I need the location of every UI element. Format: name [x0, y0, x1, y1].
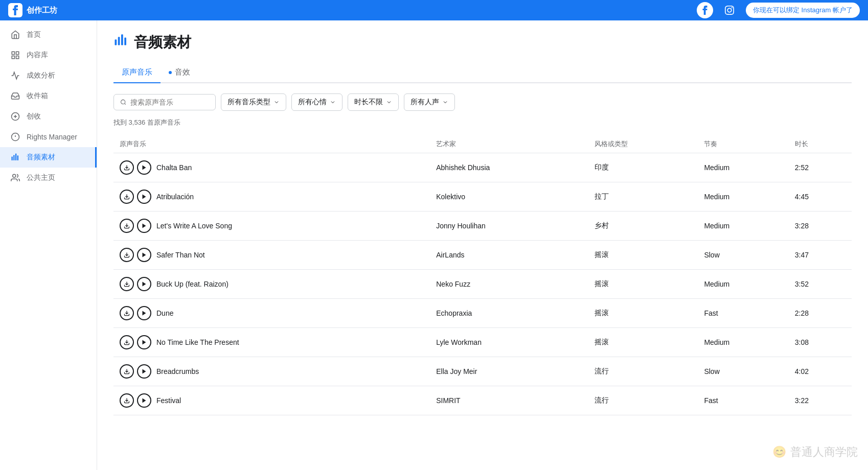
play-btn-8[interactable] [137, 393, 151, 408]
song-artist-7: Ella Joy Meir [430, 357, 588, 386]
song-genre-1: 拉丁 [588, 182, 698, 212]
song-cell-1: Atribulación [113, 182, 430, 212]
sidebar-item-analytics[interactable]: 成效分析 [0, 65, 97, 86]
library-icon [10, 50, 20, 60]
topbar-notification[interactable]: 你现在可以绑定 Instagram 帐户了 [746, 3, 860, 18]
play-btn-3[interactable] [137, 248, 151, 262]
analytics-icon [10, 70, 20, 81]
download-btn-7[interactable] [120, 364, 134, 379]
sidebar-item-audio[interactable]: 音频素材 [0, 147, 97, 168]
instagram-icon-btn[interactable] [721, 2, 738, 18]
search-box[interactable] [113, 94, 216, 110]
filter-mood-btn[interactable]: 所有心情 [291, 93, 342, 111]
chevron-down-icon [386, 99, 392, 105]
sidebar-item-public[interactable]: 公共主页 [0, 168, 97, 188]
download-btn-1[interactable] [120, 190, 134, 204]
download-btn-4[interactable] [120, 277, 134, 291]
home-icon [10, 30, 20, 40]
song-tempo-4: Medium [698, 270, 788, 299]
svg-point-20 [121, 100, 125, 104]
logo-text: 创作工坊 [27, 6, 57, 15]
inbox-icon [10, 91, 20, 101]
tab-original-label: 原声音乐 [122, 67, 152, 77]
download-btn-8[interactable] [120, 393, 134, 408]
song-duration-6: 3:08 [789, 328, 852, 357]
tab-original[interactable]: 原声音乐 [113, 62, 161, 83]
download-btn-3[interactable] [120, 248, 134, 262]
play-btn-7[interactable] [137, 364, 151, 379]
filter-duration-btn[interactable]: 时长不限 [348, 93, 399, 111]
play-btn-0[interactable] [137, 160, 151, 175]
download-btn-2[interactable] [120, 219, 134, 233]
song-tempo-5: Fast [698, 299, 788, 328]
tab-effects[interactable]: 音效 [161, 62, 198, 83]
sidebar-label-home: 首页 [27, 30, 41, 39]
song-name-3: Safer Than Not [156, 251, 205, 259]
col-artist: 艺术家 [430, 135, 588, 153]
sidebar-item-rights[interactable]: Rights Manager [0, 127, 97, 147]
filter-voice-btn[interactable]: 所有人声 [404, 93, 455, 111]
topbar: 创作工坊 你现在可以绑定 Instagram 帐户了 [0, 0, 868, 20]
sidebar-item-library[interactable]: 内容库 [0, 45, 97, 65]
download-btn-0[interactable] [120, 160, 134, 175]
filter-type-btn[interactable]: 所有音乐类型 [221, 93, 286, 111]
play-btn-1[interactable] [137, 190, 151, 204]
chevron-down-icon [330, 99, 336, 105]
song-cell-8: Festival [113, 386, 430, 415]
sidebar-label-inbox: 收件箱 [27, 91, 48, 101]
filters-row: 所有音乐类型 所有心情 时长不限 所有人声 [113, 93, 852, 111]
play-btn-2[interactable] [137, 219, 151, 233]
song-duration-4: 3:52 [789, 270, 852, 299]
col-tempo: 节奏 [698, 135, 788, 153]
search-input[interactable] [130, 98, 209, 106]
song-cell-6: No Time Like The Present [113, 328, 430, 357]
song-cell-0: Chalta Ban [113, 153, 430, 182]
chevron-down-icon [442, 99, 448, 105]
svg-rect-11 [12, 157, 13, 161]
main-layout: 首页 内容库 成效分析 收件箱 创收 [0, 20, 868, 470]
monetize-icon [10, 111, 20, 122]
logo-icon [8, 3, 22, 17]
svg-rect-18 [121, 34, 123, 45]
svg-point-15 [13, 174, 16, 177]
song-name-6: No Time Like The Present [156, 338, 239, 346]
svg-rect-17 [118, 37, 120, 45]
table-row: Let's Write A Love Song Jonny Houlihan 乡… [113, 212, 852, 241]
play-btn-6[interactable] [137, 335, 151, 349]
sidebar-item-inbox[interactable]: 收件箱 [0, 86, 97, 106]
sidebar-item-monetize[interactable]: 创收 [0, 106, 97, 127]
download-btn-5[interactable] [120, 306, 134, 320]
table-row: Chalta Ban Abhishek Dhusia 印度 Medium 2:5… [113, 153, 852, 182]
song-duration-1: 4:45 [789, 182, 852, 212]
svg-marker-37 [143, 369, 146, 374]
col-duration: 时长 [789, 135, 852, 153]
sidebar-label-library: 内容库 [27, 51, 48, 60]
results-count: 找到 3,536 首原声音乐 [113, 118, 852, 127]
song-tempo-8: Fast [698, 386, 788, 415]
song-genre-6: 摇滚 [588, 328, 698, 357]
public-icon [10, 173, 20, 183]
play-btn-4[interactable] [137, 277, 151, 291]
song-tempo-3: Slow [698, 241, 788, 270]
svg-rect-19 [124, 38, 126, 45]
song-artist-5: Echopraxia [430, 299, 588, 328]
song-duration-0: 2:52 [789, 153, 852, 182]
svg-rect-12 [13, 155, 14, 161]
song-tempo-1: Medium [698, 182, 788, 212]
chevron-down-icon [273, 99, 280, 105]
facebook-icon-btn[interactable] [697, 2, 713, 18]
song-duration-8: 3:22 [789, 386, 852, 415]
download-btn-6[interactable] [120, 335, 134, 349]
song-name-1: Atribulación [156, 193, 194, 201]
play-btn-5[interactable] [137, 306, 151, 320]
song-artist-6: Lyle Workman [430, 328, 588, 357]
sidebar-item-home[interactable]: 首页 [0, 25, 97, 45]
audio-icon [10, 152, 20, 162]
svg-rect-13 [15, 154, 16, 161]
song-artist-8: SIMRIT [430, 386, 588, 415]
song-genre-7: 流行 [588, 357, 698, 386]
song-name-4: Buck Up (feat. Raizon) [156, 280, 229, 288]
svg-marker-23 [143, 166, 146, 170]
table-row: Safer Than Not AirLands 摇滚 Slow 3:47 [113, 241, 852, 270]
song-duration-7: 4:02 [789, 357, 852, 386]
